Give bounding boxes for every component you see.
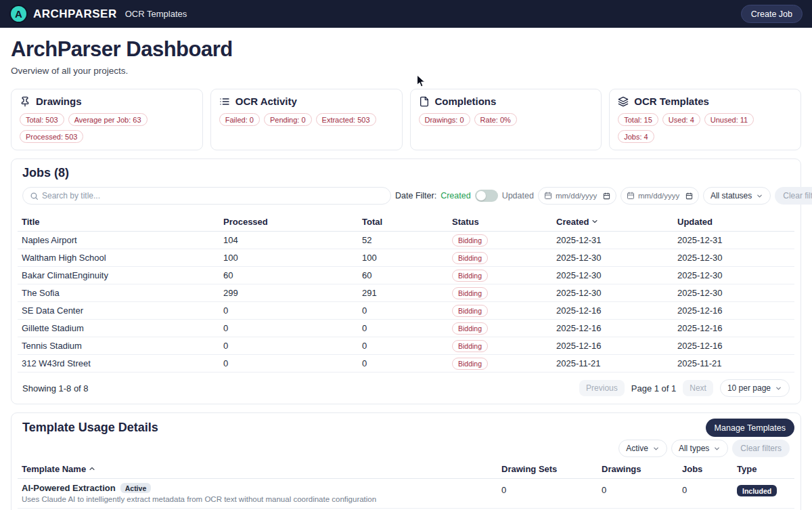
column-header-drawing-sets[interactable]: Drawing Sets [497, 460, 597, 479]
cell-drawing-sets: 0 [497, 479, 597, 509]
search-icon [30, 192, 39, 200]
calendar-picker-icon[interactable] [685, 192, 693, 200]
previous-page-button[interactable]: Previous [579, 380, 625, 396]
cell-processed: 100 [219, 249, 358, 267]
header-context-label: OCR Templates [125, 9, 187, 19]
cell-created: 2025-12-31 [552, 232, 673, 249]
stat-badge: Extracted: 503 [316, 113, 376, 126]
table-header-row: Title Processed Total Status Created Upd… [18, 213, 794, 232]
manage-templates-button[interactable]: Manage Templates [706, 419, 794, 437]
column-header-jobs[interactable]: Jobs [678, 460, 733, 479]
job-row[interactable]: 312 W43rd Street 0 0 Bidding 2025-11-21 … [18, 355, 794, 373]
job-row[interactable]: Bakar ClimatEnginuity 60 60 Bidding 2025… [18, 267, 794, 284]
stat-badges: Total: 503 Average per Job: 63 Processed… [20, 113, 194, 143]
job-title-link[interactable]: 312 W43rd Street [22, 358, 91, 368]
template-row[interactable]: AI-Powered Extraction Active Uses Claude… [18, 479, 794, 509]
job-row[interactable]: Gillette Stadium 0 0 Bidding 2025-12-16 … [18, 320, 794, 337]
cell-processed: 299 [219, 284, 358, 302]
cell-updated: 2025-12-16 [673, 320, 794, 337]
stat-badge: Unused: 11 [704, 113, 754, 126]
clear-filters-button[interactable]: Clear filters [775, 187, 812, 205]
job-title-link[interactable]: Waltham High School [22, 253, 106, 263]
templates-table: Template Name Drawing Sets Drawings Jobs… [18, 460, 794, 510]
calendar-icon [544, 192, 552, 200]
date-to-input[interactable]: mm/dd/yyyy [621, 187, 699, 205]
cell-processed: 0 [219, 302, 358, 320]
app-root: A ARCHPARSER OCR Templates Create Job Ar… [0, 0, 812, 510]
cell-created: 2025-12-30 [552, 249, 673, 267]
job-title-link[interactable]: SE Data Center [22, 305, 83, 316]
stat-card-title: Completions [435, 95, 497, 107]
job-row[interactable]: Naples Airport 104 52 Bidding 2025-12-31… [18, 232, 794, 249]
column-header-title[interactable]: Title [18, 213, 219, 232]
stat-card-drawings: Drawings Total: 503 Average per Job: 63 … [11, 89, 203, 150]
column-header-updated[interactable]: Updated [673, 213, 794, 232]
status-filter-select[interactable]: All statuses [703, 187, 771, 205]
stat-badges: Total: 15 Used: 4 Unused: 11 Jobs: 4 [618, 113, 792, 143]
next-page-button[interactable]: Next [683, 380, 713, 396]
sort-desc-icon [591, 217, 599, 226]
column-header-type[interactable]: Type [733, 460, 794, 479]
templates-filters: Active All types Clear filters [22, 440, 790, 457]
stat-card-title: OCR Templates [634, 95, 709, 107]
date-filter-label: Date Filter: [395, 191, 436, 200]
page-title: ArchParser Dashboard [11, 37, 801, 62]
column-header-drawings[interactable]: Drawings [597, 460, 678, 479]
per-page-select[interactable]: 10 per page [720, 379, 790, 397]
type-badge: Included [737, 485, 777, 496]
calendar-icon [627, 192, 635, 200]
brand[interactable]: A ARCHPARSER [9, 5, 117, 23]
pagination: Previous Page 1 of 1 Next 10 per page [579, 379, 790, 397]
column-header-template-name[interactable]: Template Name [18, 460, 497, 479]
job-title-link[interactable]: Bakar ClimatEnginuity [22, 270, 108, 280]
showing-count: Showing 1-8 of 8 [22, 383, 89, 394]
cell-total: 0 [358, 355, 448, 373]
stat-badge: Total: 503 [20, 113, 64, 126]
status-filter-value: All statuses [710, 191, 752, 200]
status-badge: Bidding [452, 358, 488, 370]
pushpin-icon [20, 96, 30, 107]
active-filter-select[interactable]: Active [618, 440, 667, 457]
cell-updated: 2025-12-30 [673, 284, 794, 302]
search-box[interactable] [22, 187, 391, 205]
status-badge: Bidding [452, 270, 488, 282]
column-header-status[interactable]: Status [448, 213, 552, 232]
date-filter-toggle[interactable] [475, 190, 498, 202]
clear-filters-button[interactable]: Clear filters [732, 440, 790, 457]
main-content: ArchParser Dashboard Overview of all you… [0, 28, 812, 510]
list-icon [219, 96, 230, 107]
active-badge: Active [120, 483, 152, 493]
cell-total: 0 [358, 302, 448, 320]
job-title-link[interactable]: Tennis Stadium [22, 341, 82, 351]
stat-badge: Rate: 0% [474, 113, 517, 126]
column-header-created[interactable]: Created [552, 213, 673, 232]
template-name: AI-Powered Extraction [22, 483, 116, 493]
calendar-picker-icon[interactable] [603, 192, 610, 200]
created-toggle-label[interactable]: Created [441, 191, 470, 200]
updated-toggle-label[interactable]: Updated [502, 191, 534, 200]
stat-card-ocr-activity: OCR Activity Failed: 0 Pending: 0 Extrac… [210, 89, 403, 150]
create-job-button[interactable]: Create Job [741, 5, 803, 23]
stat-badge: Drawings: 0 [419, 113, 470, 126]
stat-card-header: OCR Templates [618, 95, 792, 107]
job-row[interactable]: The Sofia 299 291 Bidding 2025-12-30 202… [18, 284, 794, 302]
template-name-row: AI-Powered Extraction Active [22, 483, 493, 493]
stat-badge: Total: 15 [618, 113, 658, 126]
job-title-link[interactable]: Naples Airport [22, 235, 77, 245]
column-header-processed[interactable]: Processed [219, 213, 358, 232]
job-row[interactable]: Tennis Stadium 0 0 Bidding 2025-12-16 20… [18, 337, 794, 355]
cell-created: 2025-12-16 [552, 302, 673, 320]
job-title-link[interactable]: The Sofia [22, 288, 60, 298]
column-header-total[interactable]: Total [358, 213, 448, 232]
stat-badge: Jobs: 4 [618, 130, 654, 143]
date-placeholder: mm/dd/yyyy [638, 192, 682, 200]
search-input[interactable] [42, 191, 384, 200]
jobs-table: Title Processed Total Status Created Upd… [18, 213, 794, 373]
cell-updated: 2025-12-30 [673, 267, 794, 284]
jobs-panel: Jobs (8) Date Filter: Created Updated [11, 158, 801, 404]
type-filter-select[interactable]: All types [671, 440, 728, 457]
job-row[interactable]: Waltham High School 100 100 Bidding 2025… [18, 249, 794, 267]
job-title-link[interactable]: Gillette Stadium [22, 323, 84, 333]
date-from-input[interactable]: mm/dd/yyyy [538, 187, 616, 205]
job-row[interactable]: SE Data Center 0 0 Bidding 2025-12-16 20… [18, 302, 794, 320]
